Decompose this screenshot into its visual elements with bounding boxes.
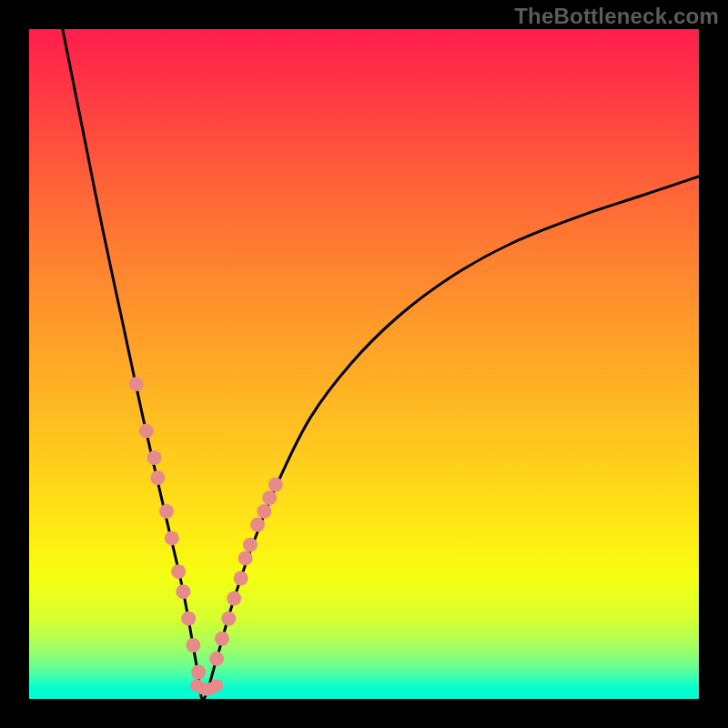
highlight-dot bbox=[243, 538, 258, 552]
highlight-dot bbox=[181, 612, 196, 626]
highlight-dot bbox=[268, 478, 283, 492]
highlight-dot bbox=[238, 551, 253, 565]
highlight-dots bbox=[129, 377, 283, 696]
highlight-dot bbox=[186, 638, 200, 652]
watermark-text: TheBottleneck.com bbox=[514, 4, 719, 29]
highlight-dot bbox=[147, 450, 162, 465]
highlight-dot bbox=[150, 470, 165, 485]
highlight-dot bbox=[215, 632, 229, 646]
highlight-dot bbox=[227, 592, 241, 606]
highlight-dot bbox=[171, 564, 186, 579]
highlight-dot bbox=[234, 571, 248, 586]
plot-area bbox=[29, 29, 699, 699]
highlight-dot bbox=[257, 504, 271, 519]
highlight-dot bbox=[191, 665, 206, 680]
chart-svg bbox=[29, 29, 699, 699]
highlight-dot bbox=[221, 612, 236, 626]
chart-frame: TheBottleneck.com bbox=[0, 0, 728, 728]
highlight-dot bbox=[176, 584, 190, 599]
highlight-dot bbox=[209, 652, 224, 666]
highlight-dot bbox=[262, 490, 277, 505]
highlight-dot bbox=[165, 531, 179, 545]
highlight-dot bbox=[250, 518, 265, 532]
bottleneck-curve bbox=[63, 29, 699, 699]
highlight-dot bbox=[210, 679, 223, 692]
highlight-dot bbox=[139, 424, 154, 439]
highlight-dot bbox=[129, 377, 144, 391]
highlight-dot bbox=[159, 504, 174, 519]
